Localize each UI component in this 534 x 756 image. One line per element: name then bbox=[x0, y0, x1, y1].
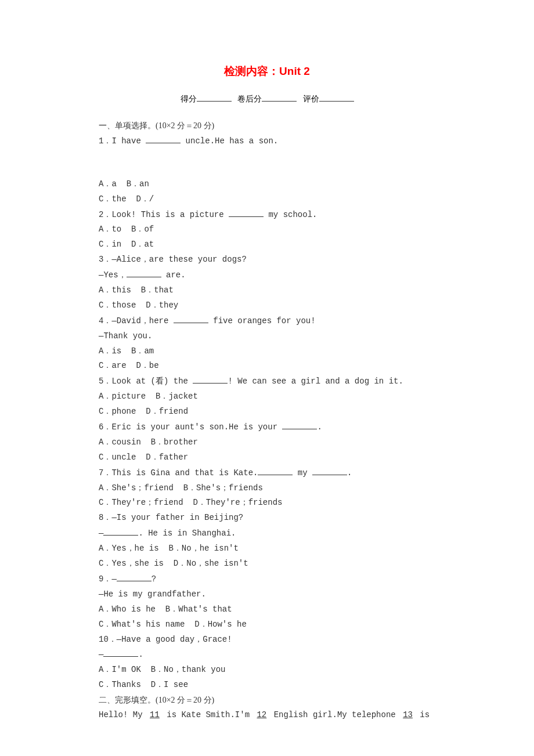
q7-blank1[interactable] bbox=[258, 465, 293, 475]
q10-optA: A．I'm OK bbox=[99, 665, 141, 674]
q9-text-a: 9．— bbox=[99, 574, 117, 584]
q3-options-ab: A．this B．that bbox=[99, 283, 435, 298]
q5-optC: C．phone bbox=[99, 407, 136, 416]
pingjia-label: 评价 bbox=[303, 95, 319, 103]
q6-blank[interactable] bbox=[282, 419, 317, 429]
q5-optB: B．jacket bbox=[156, 392, 198, 401]
q2-options-cd: C．in D．at bbox=[99, 237, 435, 252]
q3-optB: B．that bbox=[141, 285, 174, 295]
q7-text-a: 7．This is Gina and that is Kate. bbox=[99, 468, 258, 478]
q4-optD: D．be bbox=[136, 361, 158, 370]
q7-optD: D．They're；friends bbox=[193, 498, 282, 507]
q3-optA: A．this bbox=[99, 285, 131, 295]
q8-optB: B．No，he isn't bbox=[168, 544, 238, 553]
q9-optB: B．What's that bbox=[165, 605, 232, 614]
q2-optC: C．in bbox=[99, 240, 121, 249]
q8-blank[interactable] bbox=[103, 526, 138, 536]
q8-prompt: 8．—Is your father in Beijing? bbox=[99, 511, 435, 526]
q5-options-cd: C．phone D．friend bbox=[99, 404, 435, 419]
q8-optD: D．No，she isn't bbox=[174, 559, 248, 568]
q9-prompt: 9．—? bbox=[99, 571, 435, 587]
q2-options-ab: A．to B．of bbox=[99, 222, 435, 237]
score-blank[interactable] bbox=[197, 92, 232, 102]
q2-optB: B．of bbox=[131, 225, 154, 234]
q6-text-b: . bbox=[317, 422, 322, 432]
q10-blank[interactable] bbox=[103, 647, 138, 657]
cloze-blank-12[interactable]: 12 bbox=[254, 708, 269, 723]
q9-optD: D．How's he bbox=[194, 620, 247, 629]
cloze-a: Hello! My bbox=[99, 710, 147, 719]
q4-options-ab: A．is B．am bbox=[99, 344, 435, 359]
q8-resp-a: — bbox=[99, 529, 103, 538]
pingjia-blank[interactable] bbox=[319, 92, 354, 102]
q10-resp-a: — bbox=[99, 650, 103, 659]
q9-blank[interactable] bbox=[117, 571, 151, 581]
q8-options-ab: A．Yes，he is B．No，he isn't bbox=[99, 541, 435, 556]
q10-optB: B．No，thank you bbox=[151, 665, 226, 674]
q1-optD: D．/ bbox=[136, 194, 154, 204]
juanhou-blank[interactable] bbox=[262, 92, 297, 102]
q6-options-cd: C．uncle D．father bbox=[99, 450, 435, 465]
q9-options-cd: C．What's his name D．How's he bbox=[99, 617, 435, 632]
q3-resp-b: are. bbox=[161, 270, 186, 280]
q4-optA: A．is bbox=[99, 346, 121, 356]
q9-optC: C．What's his name bbox=[99, 620, 185, 629]
q4-blank[interactable] bbox=[174, 313, 208, 323]
q6-optA: A．cousin bbox=[99, 437, 141, 447]
q10-options-ab: A．I'm OK B．No，thank you bbox=[99, 663, 435, 678]
q8-resp-b: . He is in Shanghai. bbox=[138, 529, 236, 538]
content-body: 一、单项选择。(10×2 分＝20 分) 1．I have uncle.He h… bbox=[99, 118, 435, 723]
q5-optA: A．picture bbox=[99, 392, 146, 401]
q1-text-a: 1．I have bbox=[99, 136, 146, 146]
section1-header: 一、单项选择。(10×2 分＝20 分) bbox=[99, 118, 435, 133]
q1-prompt: 1．I have uncle.He has a son. bbox=[99, 133, 435, 149]
q8-optC: C．Yes，she is bbox=[99, 559, 164, 568]
q8-options-cd: C．Yes，she is D．No，she isn't bbox=[99, 556, 435, 571]
q4-text-b: five oranges for you! bbox=[208, 316, 316, 325]
q4-text-a: 4．—David，here bbox=[99, 316, 174, 325]
q5-blank[interactable] bbox=[193, 374, 228, 384]
cloze-b: is Kate Smith.I'm bbox=[162, 710, 255, 719]
q5-prompt: 5．Look at (看) the ! We can see a girl an… bbox=[99, 374, 435, 389]
score-label: 得分 bbox=[181, 95, 197, 103]
q10-prompt: 10．—Have a good day，Grace! bbox=[99, 632, 435, 648]
q3-prompt: 3．—Alice，are these your dogs? bbox=[99, 252, 435, 267]
q1-options-ab: A．a B．an bbox=[99, 177, 435, 192]
cloze-blank-11[interactable]: 11 bbox=[147, 708, 162, 723]
q7-options-ab: A．She's；friend B．She's；friends bbox=[99, 481, 435, 496]
q9-text-b: ? bbox=[151, 574, 156, 584]
q10-optC: C．Thanks bbox=[99, 680, 141, 689]
q9-optA: A．Who is he bbox=[99, 605, 156, 614]
q2-optD: D．at bbox=[131, 240, 154, 249]
score-line: 得分 卷后分 评价 bbox=[99, 92, 435, 104]
q9-options-ab: A．Who is he B．What's that bbox=[99, 602, 435, 617]
cloze-d: is bbox=[415, 710, 430, 719]
q7-prompt: 7．This is Gina and that is Kate. my . bbox=[99, 465, 435, 481]
q4-optB: B．am bbox=[131, 346, 154, 356]
q1-options-cd: C．the D．/ bbox=[99, 192, 435, 207]
q2-prompt: 2．Look! This is a picture my school. bbox=[99, 207, 435, 223]
q3-options-cd: C．those D．they bbox=[99, 298, 435, 313]
q4-prompt: 4．—David，here five oranges for you! bbox=[99, 313, 435, 329]
q3-blank[interactable] bbox=[127, 267, 161, 277]
q8-optA: A．Yes，he is bbox=[99, 544, 159, 553]
q5-optD: D．friend bbox=[146, 407, 188, 416]
blank-gap bbox=[99, 149, 435, 177]
q1-blank[interactable] bbox=[146, 133, 181, 143]
q7-optA: A．She's；friend bbox=[99, 483, 174, 493]
section2-header: 二、完形填空。(10×2 分＝20 分) bbox=[99, 693, 435, 708]
q6-optC: C．uncle bbox=[99, 453, 136, 462]
q4-optC: C．are bbox=[99, 361, 127, 370]
q3-optD: D．they bbox=[146, 301, 178, 310]
cloze-c: English girl.My telephone bbox=[269, 710, 400, 719]
q10-optD: D．I see bbox=[151, 680, 188, 689]
q7-blank2[interactable] bbox=[312, 465, 347, 475]
q5-text-b: ! We can see a girl and a dog in it. bbox=[228, 377, 403, 386]
q6-options-ab: A．cousin B．brother bbox=[99, 435, 435, 450]
q2-blank[interactable] bbox=[229, 207, 264, 217]
q7-optB: B．She's；friends bbox=[183, 483, 263, 493]
cloze-blank-13[interactable]: 13 bbox=[400, 708, 415, 723]
q4-response: —Thank you. bbox=[99, 329, 435, 344]
q3-optC: C．those bbox=[99, 301, 136, 310]
q10-response: —. bbox=[99, 647, 435, 663]
